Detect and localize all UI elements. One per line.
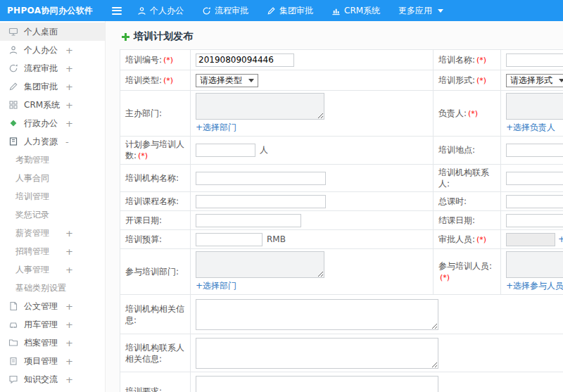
org-contact-label: 培训机构联系人: xyxy=(434,165,501,192)
sidebar-item-salary[interactable]: 薪资管理 + xyxy=(0,224,105,242)
required-mark: (*) xyxy=(476,56,486,65)
select-approver-link[interactable]: +选择审批人员 xyxy=(558,234,563,244)
sidebar-item-archive[interactable]: 档案管理 + xyxy=(0,334,105,352)
chat-icon xyxy=(8,374,19,385)
sidebar-item-personal-office[interactable]: 个人办公 + xyxy=(0,41,105,59)
folder-icon xyxy=(8,338,19,348)
desktop-icon xyxy=(8,27,19,37)
sidebar-item-base-category[interactable]: 基础类别设置 xyxy=(0,279,105,297)
flow-icon xyxy=(8,63,19,74)
budget-label: 培训预算: xyxy=(120,230,191,249)
training-name-input[interactable] xyxy=(506,53,563,67)
total-hours-input[interactable] xyxy=(506,195,563,208)
training-plan-form: 培训编号:(*) 培训名称:(*) 培训类型:(*) 请选择类型 培训形式:(*… xyxy=(120,49,563,392)
sidebar-item-reward-record[interactable]: 奖惩记录 xyxy=(0,206,105,224)
sidebar-item-knowledge[interactable]: 知识交流 + xyxy=(0,370,105,388)
training-mode-label: 培训形式:(*) xyxy=(434,70,501,91)
select-leader-link[interactable]: +选择负责人 xyxy=(506,122,555,134)
training-place-label: 培训地点: xyxy=(434,137,501,165)
sidebar-item-desktop[interactable]: 个人桌面 xyxy=(0,23,105,41)
sidebar-item-personnel[interactable]: 人事管理 + xyxy=(0,260,105,279)
org-contact-info-textarea[interactable] xyxy=(196,338,438,369)
topbar: PHPOA协同办公软件 个人办公 流程审批 集团审批 CRM系统 xyxy=(0,0,563,21)
participant-count-label: 计划参与培训人数:(*) xyxy=(120,137,191,165)
topnav-more-apps[interactable]: 更多应用 xyxy=(389,0,453,21)
required-mark: (*) xyxy=(468,109,478,118)
sidebar-item-hr-contract[interactable]: 人事合同 xyxy=(0,169,105,187)
flow-icon xyxy=(202,6,211,15)
sidebar-item-vehicle[interactable]: 用车管理 + xyxy=(0,315,105,334)
sidebar: 个人桌面 个人办公 + 流程审批 + 集团审批 + CRM系统 + 行政办公 +… xyxy=(0,21,106,392)
topnav-label: CRM系统 xyxy=(344,5,380,17)
required-mark: (*) xyxy=(138,151,148,160)
caret-down-icon xyxy=(248,79,254,82)
training-type-label: 培训类型:(*) xyxy=(120,70,191,91)
training-type-select[interactable]: 请选择类型 xyxy=(196,74,258,87)
sidebar-item-workflow[interactable]: 流程审批 + xyxy=(0,59,105,77)
start-date-input[interactable] xyxy=(196,214,301,227)
join-dept-label: 参与培训部门: xyxy=(120,249,191,295)
training-mode-select[interactable]: 请选择形式 xyxy=(506,74,563,87)
required-mark: (*) xyxy=(163,56,173,65)
join-people-label: 参与培训人员:(*) xyxy=(434,249,501,295)
document-icon xyxy=(8,301,19,312)
org-contact-input[interactable] xyxy=(506,172,563,185)
host-dept-textarea[interactable] xyxy=(196,93,324,120)
sidebar-item-document[interactable]: 公文管理 + xyxy=(0,297,105,315)
bar-chart-icon xyxy=(331,6,341,15)
sidebar-item-training[interactable]: 培训管理 xyxy=(0,187,105,206)
topnav-group-approval[interactable]: 集团审批 xyxy=(258,0,322,21)
participant-count-input[interactable] xyxy=(196,144,255,157)
training-no-input[interactable] xyxy=(196,53,294,67)
sidebar-item-project[interactable]: 项目管理 + xyxy=(0,352,105,370)
user-icon xyxy=(8,45,19,56)
topnav-workflow[interactable]: 流程审批 xyxy=(193,0,258,21)
sidebar-item-crm[interactable]: CRM系统 + xyxy=(0,96,105,114)
topnav-label: 更多应用 xyxy=(398,5,432,17)
approver-input[interactable] xyxy=(506,233,555,246)
training-place-input[interactable] xyxy=(506,144,563,157)
edit-icon xyxy=(8,82,19,92)
select-dept-link[interactable]: +选择部门 xyxy=(196,122,236,134)
car-icon xyxy=(8,320,19,330)
select-join-dept-link[interactable]: +选择部门 xyxy=(196,280,236,292)
course-name-input[interactable] xyxy=(196,195,326,208)
join-people-textarea[interactable] xyxy=(506,251,563,278)
leader-textarea[interactable] xyxy=(506,93,563,120)
sidebar-item-admin-office[interactable]: 行政办公 + xyxy=(0,114,105,132)
host-dept-label: 主办部门: xyxy=(120,91,191,137)
total-hours-label: 总课时: xyxy=(434,192,501,211)
unit-suffix: 人 xyxy=(260,145,268,155)
topnav-label: 个人办公 xyxy=(150,5,184,17)
required-mark: (*) xyxy=(476,76,486,85)
top-navigation: 个人办公 流程审批 集团审批 CRM系统 更多应用 xyxy=(128,0,453,21)
page-title-row: 培训计划发布 xyxy=(106,21,563,49)
topnav-personal-office[interactable]: 个人办公 xyxy=(128,0,193,21)
required-mark: (*) xyxy=(440,273,450,282)
sidebar-item-group-approval[interactable]: 集团审批 + xyxy=(0,77,105,96)
app-brand: PHPOA协同办公软件 xyxy=(0,0,106,21)
caret-down-icon xyxy=(559,79,563,82)
org-name-input[interactable] xyxy=(196,172,326,185)
join-dept-textarea[interactable] xyxy=(196,251,324,278)
start-date-label: 开课日期: xyxy=(120,211,191,230)
select-join-people-link[interactable]: +选择参与人员 xyxy=(506,280,563,292)
approver-label: 审批人员:(*) xyxy=(434,230,501,249)
end-date-input[interactable] xyxy=(506,214,563,227)
sidebar-item-attendance[interactable]: 考勤管理 xyxy=(0,151,105,169)
topnav-label: 流程审批 xyxy=(215,5,248,17)
book-icon xyxy=(8,137,19,147)
topnav-crm[interactable]: CRM系统 xyxy=(322,0,389,21)
hamburger-icon[interactable] xyxy=(106,0,128,21)
training-name-label: 培训名称:(*) xyxy=(434,50,501,70)
budget-input[interactable] xyxy=(196,233,262,246)
org-name-label: 培训机构名称: xyxy=(120,165,191,192)
currency-suffix: RMB xyxy=(267,234,286,244)
org-contact-info-label: 培训机构联系人相关信息: xyxy=(120,334,191,372)
requirement-textarea[interactable] xyxy=(196,376,438,392)
sidebar-item-hr[interactable]: 人力资源 - xyxy=(0,132,105,151)
sidebar-item-recruit[interactable]: 招聘管理 + xyxy=(0,242,105,260)
plus-icon xyxy=(121,32,130,42)
org-info-textarea[interactable] xyxy=(196,299,438,330)
leader-label: 负责人:(*) xyxy=(434,91,501,137)
